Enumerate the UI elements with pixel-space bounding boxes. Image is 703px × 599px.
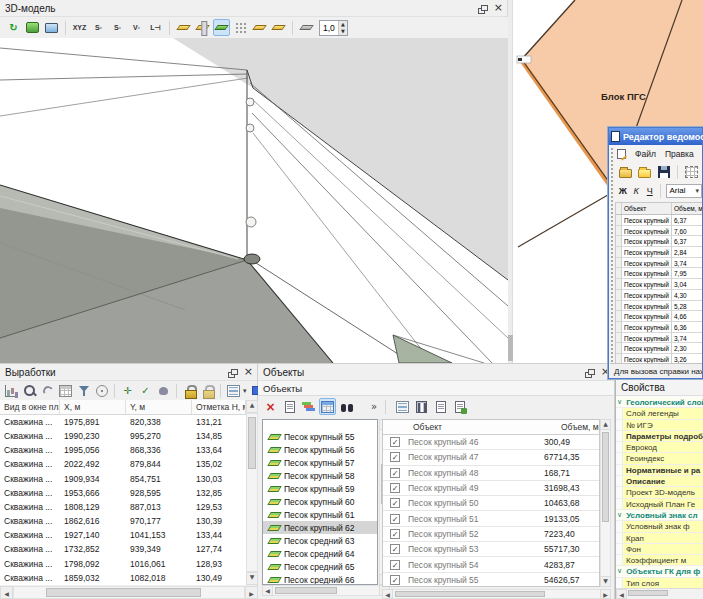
- table-row[interactable]: Скважина ...1990,230995,270134,85: [0, 429, 246, 443]
- report-icon[interactable]: [394, 398, 411, 415]
- export-solid-icon[interactable]: [298, 19, 315, 36]
- scroll-down-icon[interactable]: ▼: [246, 572, 258, 585]
- col-elevation[interactable]: Отметка H, м: [192, 400, 246, 414]
- scroll-left-icon[interactable]: ◀: [382, 589, 393, 599]
- property-row[interactable]: Фон: [616, 544, 703, 555]
- points-view-icon[interactable]: [232, 19, 249, 36]
- table-horizontal-scrollbar[interactable]: ◀ ▶: [382, 589, 611, 599]
- editor-titlebar[interactable]: Редактор ведомостей -: [609, 128, 702, 145]
- checkbox[interactable]: ✓: [390, 437, 400, 447]
- list-item[interactable]: Песок крупный 59: [263, 482, 377, 495]
- property-row[interactable]: ∨Условный знак сл: [616, 510, 703, 521]
- table-row[interactable]: ✓Песок крупный 5010463,68: [383, 496, 599, 511]
- building-icon[interactable]: [413, 398, 430, 415]
- italic-button[interactable]: К: [630, 184, 641, 198]
- table-row[interactable]: ✓Песок крупный 5554626,57: [383, 573, 599, 587]
- property-row[interactable]: ∨Геологический слой: [616, 397, 703, 408]
- list-item[interactable]: Песок крупный 60: [263, 495, 377, 508]
- search-icon[interactable]: [21, 382, 38, 399]
- group-chevron-icon[interactable]: ∨: [616, 566, 623, 576]
- table-row[interactable]: Песок крупный 24,30: [616, 290, 702, 301]
- preview-icon[interactable]: [281, 398, 298, 415]
- property-row[interactable]: Еврокод: [616, 442, 703, 453]
- checkbox[interactable]: ✓: [390, 483, 400, 493]
- table-row[interactable]: Скважина ...1975,891820,338131,21: [0, 415, 246, 429]
- spin-down-icon[interactable]: ▼: [339, 28, 347, 35]
- property-row[interactable]: Коэффициент м: [616, 555, 703, 566]
- unlock-icon[interactable]: [199, 382, 216, 399]
- scroll-up-icon[interactable]: ▲: [600, 419, 611, 430]
- list-item[interactable]: Песок крупный 55: [263, 430, 377, 443]
- scroll-right-icon[interactable]: ▶: [245, 586, 258, 599]
- underline-button[interactable]: Ч: [644, 184, 655, 198]
- scroll-left-icon[interactable]: ◀: [262, 585, 273, 596]
- group-chevron-icon[interactable]: ∨: [616, 397, 623, 407]
- apply-icon[interactable]: ✓: [137, 382, 154, 399]
- table-row[interactable]: Песок крупный 23,74: [616, 258, 702, 269]
- table-row[interactable]: Песок крупный 23,74: [616, 333, 702, 344]
- open-icon[interactable]: [617, 163, 634, 180]
- monitor-icon[interactable]: [43, 19, 60, 36]
- property-row[interactable]: Слой легенды: [616, 408, 703, 419]
- table-row[interactable]: Песок крупный 25,28: [616, 301, 702, 312]
- export-document-icon[interactable]: [451, 398, 468, 415]
- binoculars-icon[interactable]: [338, 398, 355, 415]
- table-row[interactable]: Песок крупный 24,66: [616, 311, 702, 322]
- window-grip[interactable]: [610, 147, 614, 377]
- tools-icon[interactable]: [155, 382, 172, 399]
- point-area-icon[interactable]: S▫: [90, 19, 107, 36]
- menu-file[interactable]: Файл: [635, 149, 656, 159]
- list-item[interactable]: Песок крупный 61: [263, 508, 377, 521]
- slab-bottom-icon[interactable]: [270, 19, 287, 36]
- table-row[interactable]: Скважина ...1995,056868,336133,64: [0, 443, 246, 457]
- property-row[interactable]: ∨Объекты ГК для ф: [616, 566, 703, 577]
- point-icon[interactable]: [93, 382, 110, 399]
- property-row[interactable]: Тип слоя: [616, 578, 703, 588]
- col-volume[interactable]: Объем, м3: [557, 420, 600, 434]
- scale-spinner[interactable]: 1,0 ▲▼: [319, 20, 348, 36]
- scroll-left-icon[interactable]: ◀: [616, 589, 627, 599]
- table-row[interactable]: ✓Песок крупный 4931698,43: [383, 481, 599, 496]
- copy-document-icon[interactable]: [432, 398, 449, 415]
- checkbox[interactable]: ✓: [390, 529, 400, 539]
- list-item[interactable]: Песок средний 64: [263, 547, 377, 560]
- lock-icon[interactable]: [181, 382, 198, 399]
- table-row[interactable]: Скважина ...1909,934854,751130,03: [0, 472, 246, 486]
- table-borders-icon[interactable]: [683, 163, 700, 180]
- profile-curve-icon[interactable]: [39, 382, 56, 399]
- spin-up-icon[interactable]: ▲: [339, 21, 347, 28]
- table-vertical-scrollbar[interactable]: ▲ ▼: [600, 419, 611, 587]
- float-window-icon[interactable]: [228, 369, 238, 378]
- scroll-right-icon[interactable]: ▶: [600, 589, 611, 599]
- property-row[interactable]: Исходный План Ге: [616, 499, 703, 510]
- table-row[interactable]: ✓Песок крупный 544283,87: [383, 557, 599, 572]
- objects-list[interactable]: Песок крупный 55Песок крупный 56Песок кр…: [262, 419, 378, 585]
- list-item[interactable]: Песок крупный 58: [263, 469, 377, 482]
- col-y[interactable]: Y, м: [126, 400, 192, 414]
- table-row[interactable]: Песок крупный 27,95: [616, 268, 702, 279]
- float-window-icon[interactable]: [585, 369, 595, 378]
- list-style-icon[interactable]: [225, 382, 242, 399]
- table-row[interactable]: ✓Песок крупный 5355717,30: [383, 542, 599, 557]
- toolbar-overflow-icon[interactable]: »: [371, 402, 377, 412]
- property-row[interactable]: Геоиндекс: [616, 453, 703, 464]
- boreholes-table-body[interactable]: Скважина ...1975,891820,338131,21Скважин…: [0, 415, 246, 585]
- table-row[interactable]: Песок крупный 26,37: [616, 215, 702, 226]
- objects-table[interactable]: Объект Объем, м3 ✓Песок крупный 46300,49…: [382, 419, 600, 587]
- solid-colored-view-icon[interactable]: [213, 19, 230, 36]
- import-icon[interactable]: [636, 163, 653, 180]
- chevron-down-icon[interactable]: ▾: [243, 387, 247, 395]
- xyz-coordinates-icon[interactable]: XYZ: [71, 19, 88, 36]
- save-icon[interactable]: [655, 163, 672, 180]
- checkbox[interactable]: ✓: [390, 468, 400, 478]
- table-view-icon[interactable]: [319, 398, 336, 415]
- scroll-left-icon[interactable]: ◀: [0, 586, 13, 599]
- delete-icon[interactable]: ×: [262, 398, 279, 415]
- table-row[interactable]: Песок крупный 26,37: [616, 236, 702, 247]
- table-row[interactable]: Скважина ...1732,852939,349127,74: [0, 542, 246, 556]
- table-row[interactable]: ✓Песок крупный 527223,40: [383, 527, 599, 542]
- group-chevron-icon[interactable]: ∨: [616, 510, 623, 520]
- table-row[interactable]: ✓Песок крупный 46300,49: [383, 435, 599, 450]
- properties-horizontal-scrollbar[interactable]: ◀: [616, 588, 703, 599]
- table-row[interactable]: Скважина ...1859,0321082,018130,49: [0, 571, 246, 585]
